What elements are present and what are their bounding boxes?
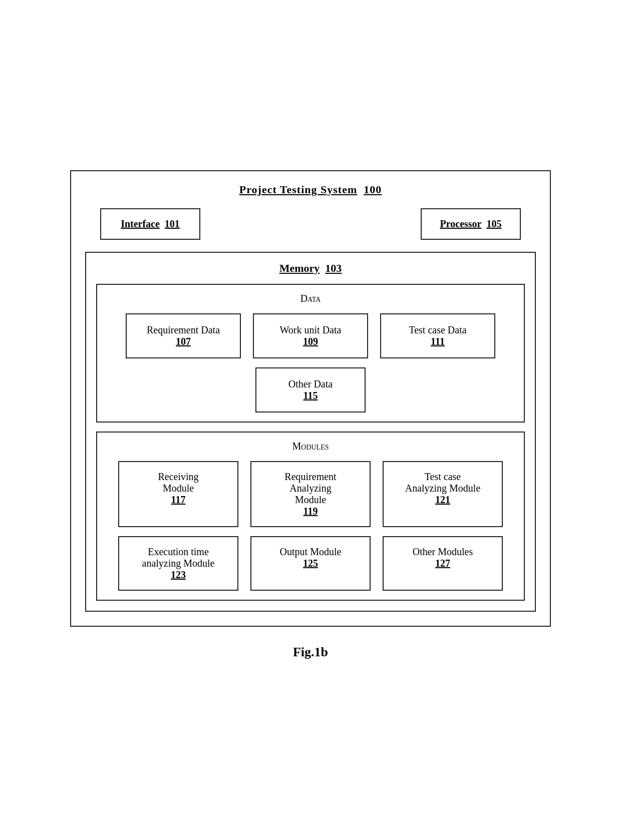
req-data-num: 107 — [176, 336, 191, 347]
receiving-module-box: ReceivingModule 117 — [118, 461, 238, 527]
exec-time-module-num: 123 — [171, 569, 186, 580]
modules-row-1: ReceivingModule 117 RequirementAnalyzing… — [106, 461, 515, 527]
other-modules-box: Other Modules 127 — [383, 536, 503, 591]
processor-label: Processor — [440, 218, 482, 229]
output-module-num: 125 — [303, 558, 318, 569]
memory-box: Memory 103 Data Requirement Data 107 Wor… — [85, 252, 536, 612]
other-data-box: Other Data 115 — [255, 367, 366, 412]
req-data-label: Requirement Data — [147, 324, 220, 335]
req-analyzing-module-num: 119 — [303, 506, 318, 517]
memory-num: 103 — [325, 262, 342, 274]
memory-title: Memory 103 — [279, 262, 342, 275]
processor-num: 105 — [486, 218, 501, 229]
testcase-data-label: Test case Data — [409, 324, 466, 335]
data-section-title: Data — [300, 293, 321, 304]
exec-time-module-box: Execution timeanalyzing Module 123 — [118, 536, 238, 591]
testcase-data-num: 111 — [431, 336, 445, 347]
testcase-analyzing-module-num: 121 — [435, 494, 450, 505]
interface-label: Interface — [121, 218, 160, 229]
testcase-analyzing-module-box: Test caseAnalyzing Module 121 — [383, 461, 503, 527]
other-data-label: Other Data — [288, 378, 333, 389]
output-module-box: Output Module 125 — [250, 536, 371, 591]
receiving-module-num: 117 — [171, 494, 186, 505]
memory-label: Memory — [279, 262, 320, 274]
outer-system-box: Project Testing System 100 Interface 101… — [70, 170, 551, 627]
processor-box: Processor 105 — [421, 208, 521, 240]
other-data-num: 115 — [303, 390, 318, 401]
modules-row-2: Execution timeanalyzing Module 123 Outpu… — [106, 536, 515, 591]
testcase-data-box: Test case Data 111 — [380, 313, 495, 358]
data-row-2: Other Data 115 — [106, 367, 515, 412]
requirement-data-box: Requirement Data 107 — [126, 313, 241, 358]
workunit-data-box: Work unit Data 109 — [253, 313, 368, 358]
top-row: Interface 101 Processor 105 — [85, 208, 536, 240]
data-section: Data Requirement Data 107 Work unit Data… — [96, 284, 525, 423]
system-title-num: 100 — [364, 183, 382, 196]
system-title-text: Project Testing System — [239, 183, 357, 196]
system-title: Project Testing System 100 — [239, 183, 382, 196]
data-row-1: Requirement Data 107 Work unit Data 109 … — [106, 313, 515, 358]
workunit-data-label: Work unit Data — [280, 324, 342, 335]
workunit-data-num: 109 — [303, 336, 318, 347]
modules-section: Modules ReceivingModule 117 RequirementA… — [96, 432, 525, 601]
modules-section-title: Modules — [292, 441, 329, 452]
other-modules-num: 127 — [435, 558, 450, 569]
page: Project Testing System 100 Interface 101… — [35, 150, 586, 690]
interface-box: Interface 101 — [100, 208, 200, 240]
req-analyzing-module-box: RequirementAnalyzingModule 119 — [250, 461, 371, 527]
fig-label: Fig.1b — [293, 645, 328, 660]
interface-num: 101 — [165, 218, 180, 229]
